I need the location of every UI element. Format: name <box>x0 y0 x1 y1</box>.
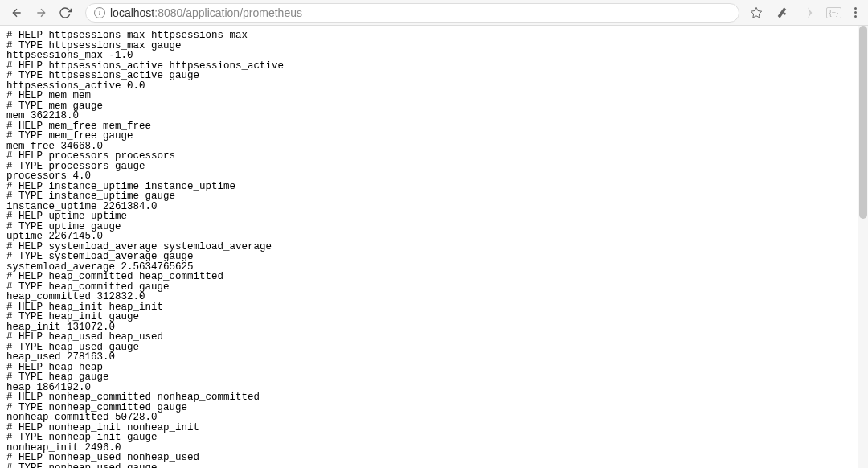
extension-postman-icon[interactable] <box>775 6 789 20</box>
reload-button[interactable] <box>55 2 76 23</box>
address-bar[interactable]: i localhost:8080/application/prometheus <box>85 3 739 23</box>
browser-toolbar: i localhost:8080/application/prometheus … <box>0 0 868 26</box>
extension-badge[interactable]: {=} <box>826 7 841 18</box>
page-content: # HELP httpsessions_max httpsessions_max… <box>0 26 868 468</box>
svg-point-1 <box>784 12 786 14</box>
url-text: localhost:8080/application/prometheus <box>110 6 302 19</box>
scrollbar-thumb[interactable] <box>859 26 867 219</box>
extension-bracket-icon[interactable] <box>800 6 815 20</box>
toolbar-right: {=} <box>749 6 862 20</box>
back-button[interactable] <box>6 2 27 23</box>
bookmark-star-icon[interactable] <box>749 6 764 20</box>
forward-button[interactable] <box>31 2 51 23</box>
vertical-scrollbar[interactable] <box>858 26 868 468</box>
site-info-icon[interactable]: i <box>94 7 105 18</box>
svg-marker-0 <box>751 7 761 18</box>
menu-button[interactable] <box>853 6 858 19</box>
